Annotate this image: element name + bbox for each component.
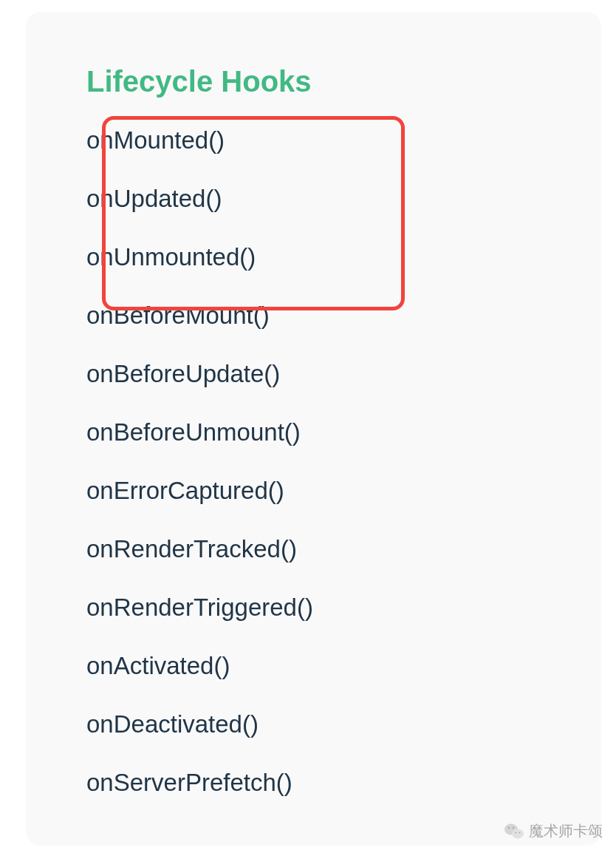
svg-point-4 [516,832,517,833]
svg-point-5 [519,832,521,833]
section-title: Lifecycle Hooks [86,65,544,98]
hook-item[interactable]: onErrorCaptured() [86,477,544,505]
content-card: Lifecycle Hooks onMounted() onUpdated() … [26,12,601,846]
hook-item[interactable]: onBeforeUnmount() [86,418,544,446]
hook-item[interactable]: onUnmounted() [86,243,544,271]
hook-item[interactable]: onBeforeMount() [86,302,544,330]
hook-item[interactable]: onDeactivated() [86,710,544,738]
hook-item[interactable]: onBeforeUpdate() [86,360,544,388]
hook-item[interactable]: onRenderTracked() [86,535,544,563]
hook-item[interactable]: onActivated() [86,652,544,680]
hook-item[interactable]: onRenderTriggered() [86,594,544,622]
svg-point-1 [512,829,524,838]
svg-point-2 [508,826,510,828]
svg-point-3 [513,826,514,828]
hook-item[interactable]: onUpdated() [86,185,544,213]
watermark-text: 魔术师卡颂 [529,821,603,841]
hooks-list: onMounted() onUpdated() onUnmounted() on… [86,126,544,797]
hook-item[interactable]: onServerPrefetch() [86,769,544,797]
wechat-icon [504,823,524,840]
watermark: 魔术师卡颂 [504,821,603,841]
hook-item[interactable]: onMounted() [86,126,544,154]
